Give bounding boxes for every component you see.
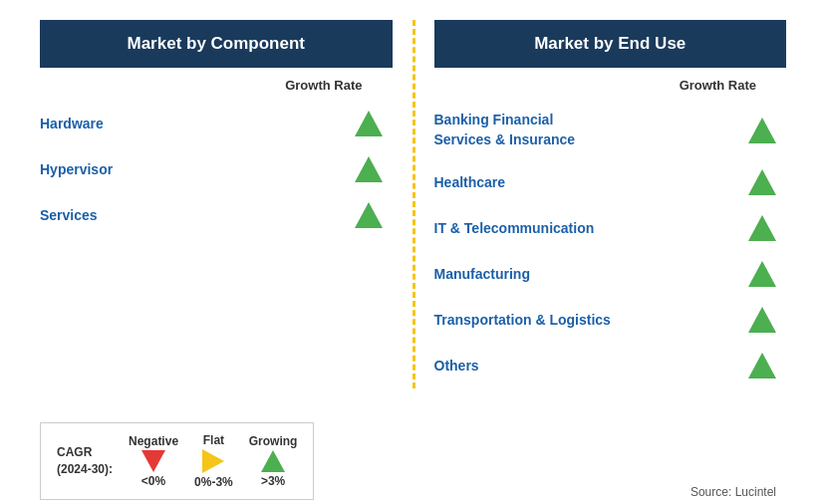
list-item: Transportation & Logistics <box>434 297 787 343</box>
negative-label: Negative <box>129 434 178 448</box>
arrow-up-icon-hardware <box>355 111 383 136</box>
growing-label: Growing <box>249 434 298 448</box>
legend-area: CAGR(2024-30): Negative <0% Flat 0%-3% G… <box>20 398 413 500</box>
flat-value: 0%-3% <box>194 475 233 489</box>
item-label-services: Services <box>40 207 98 223</box>
list-item: Hardware <box>40 101 393 146</box>
item-label-others: Others <box>434 358 479 374</box>
arrow-up-icon-others <box>748 353 776 378</box>
item-label-hardware: Hardware <box>40 116 104 131</box>
item-label-transport: Transportation & Logistics <box>434 312 611 328</box>
arrow-right-yellow-icon <box>202 449 224 473</box>
arrow-up-icon-it-telecom <box>748 215 776 241</box>
arrow-up-icon-bfsi <box>748 118 776 143</box>
left-panel-title: Market by Component <box>127 34 305 53</box>
arrow-down-red-icon <box>141 450 165 472</box>
list-item: IT & Telecommunication <box>434 205 787 251</box>
left-growth-rate-label: Growth Rate <box>40 78 393 93</box>
source-label: Source: Lucintel <box>690 485 786 499</box>
right-panel-title: Market by End Use <box>534 34 686 53</box>
item-label-hypervisor: Hypervisor <box>40 161 113 177</box>
item-label-healthcare: Healthcare <box>434 174 506 190</box>
main-container: Market by Component Growth Rate Hardware… <box>20 20 806 388</box>
list-item: Others <box>434 343 787 388</box>
cagr-label: CAGR(2024-30): <box>57 444 113 478</box>
arrow-up-green-small-icon <box>261 450 285 472</box>
arrow-up-icon-healthcare <box>748 169 776 195</box>
arrow-up-icon-transport <box>748 307 776 333</box>
item-label-it-telecom: IT & Telecommunication <box>434 220 595 236</box>
arrow-up-icon-services <box>355 202 383 228</box>
list-item: Hypervisor <box>40 146 393 192</box>
right-growth-rate-label: Growth Rate <box>434 78 787 93</box>
list-item: Healthcare <box>434 159 787 205</box>
list-item: Manufacturing <box>434 251 787 297</box>
legend-flat: Flat 0%-3% <box>194 433 233 489</box>
bottom-area: CAGR(2024-30): Negative <0% Flat 0%-3% G… <box>20 398 806 500</box>
arrow-up-icon-manufacturing <box>748 261 776 287</box>
item-label-bfsi: Banking FinancialServices & Insurance <box>434 111 576 149</box>
right-panel-header: Market by End Use <box>434 20 787 68</box>
legend-box: CAGR(2024-30): Negative <0% Flat 0%-3% G… <box>40 422 314 500</box>
legend-negative: Negative <0% <box>129 434 178 488</box>
left-panel: Market by Component Growth Rate Hardware… <box>20 20 413 388</box>
growing-value: >3% <box>261 474 285 488</box>
legend-growing: Growing >3% <box>249 434 298 488</box>
divider-line <box>413 20 415 388</box>
item-label-manufacturing: Manufacturing <box>434 266 530 282</box>
source-area: Source: Lucintel <box>413 482 807 500</box>
list-item: Services <box>40 192 393 238</box>
right-panel: Market by End Use Growth Rate Banking Fi… <box>414 20 807 388</box>
arrow-up-icon-hypervisor <box>355 156 383 182</box>
left-panel-header: Market by Component <box>40 20 393 68</box>
vertical-divider <box>413 20 414 388</box>
list-item: Banking FinancialServices & Insurance <box>434 101 787 159</box>
flat-label: Flat <box>203 433 224 447</box>
negative-value: <0% <box>141 474 165 488</box>
